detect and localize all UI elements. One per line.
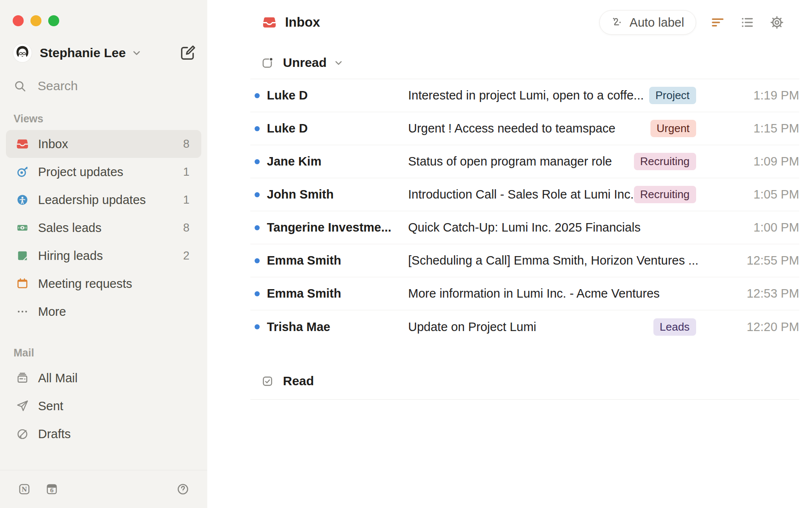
email-subject: Introduction Call - Sales Role at Lumi I… [408,188,634,202]
email-row[interactable]: Emma Smith [Scheduling a Call] Emma Smit… [250,244,799,277]
email-time: 12:55 PM [723,254,799,268]
unread-email-table: Luke D Interested in project Lumi, open … [250,79,799,343]
unread-dot [255,192,260,197]
target-icon [16,166,29,178]
unread-count-badge: 8 [183,221,189,235]
email-label-chip[interactable]: Urgent [650,120,696,137]
unread-dot [255,225,260,230]
sidebar-item-label: Meeting requests [38,277,132,291]
person-circle-icon [16,193,29,206]
email-subject: More information in Lumi Inc. - Acme Ven… [408,287,723,301]
email-time: 1:05 PM [723,188,799,202]
email-sender: Luke D [267,121,408,135]
page-title-group: Inbox [262,15,320,30]
email-subject: [Scheduling a Call] Emma Smith, Horizon … [408,254,723,268]
email-row[interactable]: Luke D Interested in project Lumi, open … [250,79,799,112]
email-time: 12:53 PM [723,287,799,301]
group-label-unread: Unread [283,55,326,70]
mail-section-title: Mail [14,347,207,359]
sidebar-item-label: Sent [38,399,63,413]
email-label-chip[interactable]: Recruiting [634,186,696,203]
drafts-icon [16,428,29,440]
email-sender: Emma Smith [267,254,408,268]
email-label-chip[interactable]: Recruiting [634,153,696,170]
zoom-window-button[interactable] [48,15,59,26]
search-input[interactable]: Search [14,79,196,93]
svg-text:6: 6 [50,487,54,494]
email-row[interactable]: John Smith Introduction Call - Sales Rol… [250,178,799,211]
email-row[interactable]: Emma Smith More information in Lumi Inc.… [250,277,799,310]
sidebar-item-all-mail[interactable]: All Mail [6,364,201,392]
email-subject: Interested in project Lumi, open to a co… [408,88,649,102]
sidebar-item-more[interactable]: More [6,298,201,326]
group-header-read[interactable]: Read [250,374,799,400]
unread-square-dot-icon [261,56,274,69]
filter-button[interactable] [710,14,726,30]
email-sender: Luke D [267,88,408,102]
sidebar-item-sales-leads[interactable]: Sales leads 8 [6,214,201,242]
compose-button[interactable] [179,44,196,61]
filter-icon [710,15,725,30]
sidebar-item-hiring-leads[interactable]: Hiring leads 2 [6,242,201,270]
sidebar-item-label: More [38,305,66,319]
email-row[interactable]: Luke D Urgent ! Access needed to teamspa… [250,112,799,145]
list-view-button[interactable] [739,14,755,30]
help-icon[interactable] [176,483,189,496]
email-sender: Trisha Mae [267,320,408,334]
email-time: 1:09 PM [723,155,799,168]
unread-count-badge: 8 [183,138,189,151]
account-switcher[interactable]: Stephanie Lee [13,43,196,63]
group-label-read: Read [283,374,314,388]
sidebar-item-sent[interactable]: Sent [6,392,201,420]
page-title: Inbox [285,15,320,30]
calendar-day-icon[interactable]: 6 [45,483,58,496]
email-sender: Emma Smith [267,287,408,301]
unread-count-badge: 1 [183,193,189,207]
sidebar: Stephanie Lee Search Views [0,0,207,508]
app-window: Stephanie Lee Search Views [0,0,812,508]
auto-label-button-label: Auto label [630,16,684,30]
sidebar-item-drafts[interactable]: Drafts [6,420,201,448]
send-icon [16,400,29,412]
notion-logo-icon[interactable]: N [18,483,31,496]
email-time: 12:20 PM [723,320,799,334]
email-row[interactable]: Trisha Mae Update on Project Lumi Leads … [250,310,799,343]
unread-dot [255,126,260,131]
email-sender: Jane Kim [267,155,408,168]
settings-button[interactable] [769,14,785,30]
sidebar-item-label: All Mail [38,371,77,385]
inbox-tray-icon [262,15,277,30]
email-row[interactable]: Tangerine Investme... Quick Catch-Up: Lu… [250,211,799,244]
avatar [13,43,32,63]
email-subject: Status of open program manager role [408,155,634,168]
calendar-icon [16,277,29,290]
search-icon [14,80,27,93]
email-subject: Update on Project Lumi [408,320,653,334]
minimize-window-button[interactable] [30,15,41,26]
email-row[interactable]: Jane Kim Status of open program manager … [250,145,799,178]
sidebar-item-leadership-updates[interactable]: Leadership updates 1 [6,186,201,214]
svg-text:N: N [22,486,27,493]
email-label-chip[interactable]: Project [649,87,696,104]
email-time: 1:19 PM [723,88,799,102]
email-sender: John Smith [267,188,408,202]
banknote-icon [16,221,29,234]
header-actions: Auto label [599,10,785,35]
mail-nav: All Mail Sent [0,364,207,448]
unread-count-badge: 2 [183,249,189,262]
views-nav: Inbox 8 Project updates 1 [0,130,207,326]
sidebar-item-meeting-requests[interactable]: Meeting requests [6,270,201,298]
sidebar-item-inbox[interactable]: Inbox 8 [6,130,201,158]
chevron-down-icon [333,57,344,69]
unread-dot [255,258,260,263]
sidebar-item-label: Leadership updates [38,193,146,207]
sidebar-item-project-updates[interactable]: Project updates 1 [6,158,201,186]
email-time: 1:00 PM [723,221,799,235]
group-header-unread[interactable]: Unread [250,52,799,74]
unread-dot [255,324,260,329]
email-list: Unread Luke D Interested in project Lumi… [207,52,812,400]
email-label-chip[interactable]: Leads [653,318,696,336]
auto-label-button[interactable]: Auto label [599,10,696,35]
list-view-icon [740,15,754,30]
close-window-button[interactable] [13,15,24,26]
